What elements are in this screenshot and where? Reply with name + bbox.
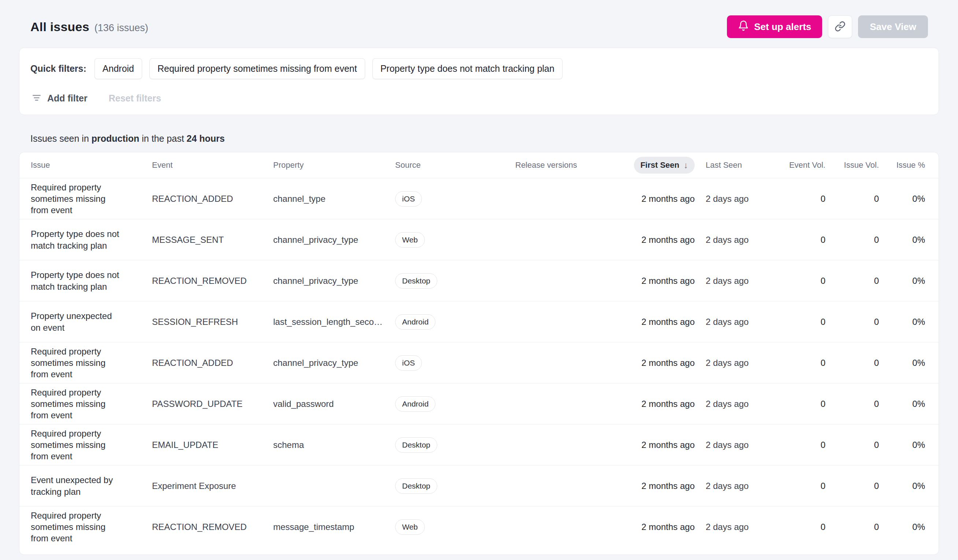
column-header-last-seen[interactable]: Last Seen [695,160,779,170]
arrow-down-icon: ↓ [684,161,688,170]
source-chip: Desktop [395,437,437,453]
source-chip: Desktop [395,273,437,289]
property-cell: channel_type [273,194,383,204]
event-vol-cell: 0 [779,194,825,204]
table-row[interactable]: Required property sometimes missing from… [19,506,939,547]
event-vol-cell: 0 [779,235,825,245]
issue-vol-cell: 0 [825,522,879,532]
event-cell: Experiment Exposure [152,481,273,491]
issue-vol-cell: 0 [825,481,879,491]
property-cell: valid_password [273,399,383,409]
event-cell: MESSAGE_SENT [152,235,273,245]
last-seen-cell: 2 days ago [695,235,779,245]
column-header-event-vol[interactable]: Event Vol. [779,160,825,170]
column-header-issue-pct[interactable]: Issue % [879,160,925,170]
event-cell: REACTION_REMOVED [152,522,273,532]
table-row[interactable]: Required property sometimes missing from… [19,383,939,424]
issue-cell: Property type does not match tracking pl… [31,269,123,292]
source-chip: iOS [395,191,422,206]
table-row[interactable]: Event unexpected by tracking plan Experi… [19,465,939,506]
first-seen-cell: 2 months ago [629,317,695,327]
filter-actions: Add filter Reset filters [30,93,928,104]
issue-cell: Event unexpected by tracking plan [31,474,123,497]
top-bar: All issues (136 issues) Set up alerts [18,0,940,38]
issue-cell: Property unexpected on event [31,310,123,333]
issues-page: All issues (136 issues) Set up alerts [0,0,958,555]
source-chip: Web [395,232,425,247]
table-row[interactable]: Property unexpected on event SESSION_REF… [19,301,939,342]
first-seen-cell: 2 months ago [629,522,695,532]
table-row[interactable]: Required property sometimes missing from… [19,342,939,383]
property-cell: last_session_length_secon... [273,317,383,327]
set-up-alerts-button[interactable]: Set up alerts [727,15,822,38]
status-middle: in the past [139,133,186,144]
source-cell: iOS [395,191,515,206]
event-vol-cell: 0 [779,440,825,450]
source-chip: Web [395,519,425,535]
event-vol-cell: 0 [779,358,825,368]
first-seen-label: First Seen [641,160,679,170]
set-up-alerts-label: Set up alerts [754,21,811,33]
issue-pct-cell: 0% [879,276,925,286]
event-vol-cell: 0 [779,399,825,409]
status-line: Issues seen in production in the past 24… [18,115,940,144]
quick-filters-label: Quick filters: [30,63,86,74]
copy-link-button[interactable] [828,15,852,38]
first-seen-cell: 2 months ago [629,399,695,409]
column-header-event[interactable]: Event [152,160,273,170]
last-seen-cell: 2 days ago [695,194,779,204]
issue-vol-cell: 0 [825,317,879,327]
quick-filter-chip-android[interactable]: Android [95,58,142,79]
table-row[interactable]: Required property sometimes missing from… [19,178,939,219]
quick-filter-chip-required-property[interactable]: Required property sometimes missing from… [149,58,365,79]
issue-cell: Required property sometimes missing from… [31,182,123,216]
status-time-range: 24 hours [187,133,225,144]
filter-lines-icon [32,93,41,104]
add-filter-button[interactable]: Add filter [32,93,87,104]
status-environment: production [92,133,140,144]
source-chip: iOS [395,355,422,371]
issue-vol-cell: 0 [825,399,879,409]
bell-icon [738,20,749,34]
event-vol-cell: 0 [779,276,825,286]
source-cell: Android [395,314,515,330]
first-seen-cell: 2 months ago [629,276,695,286]
event-vol-cell: 0 [779,522,825,532]
sort-pill-first-seen[interactable]: First Seen ↓ [634,157,695,174]
last-seen-cell: 2 days ago [695,481,779,491]
first-seen-cell: 2 months ago [629,194,695,204]
page-title: All issues [30,20,89,34]
reset-filters-label: Reset filters [109,93,161,104]
table-row[interactable]: Property type does not match tracking pl… [19,219,939,260]
quick-filter-chip-property-type[interactable]: Property type does not match tracking pl… [373,58,563,79]
event-cell: REACTION_REMOVED [152,276,273,286]
issue-cell: Required property sometimes missing from… [31,387,123,421]
status-prefix: Issues seen in [30,133,92,144]
column-header-first-seen: First Seen ↓ [629,157,695,174]
source-cell: Android [395,396,515,412]
column-header-issue-vol[interactable]: Issue Vol. [825,160,879,170]
event-vol-cell: 0 [779,481,825,491]
issue-cell: Required property sometimes missing from… [31,428,123,462]
save-view-button[interactable]: Save View [858,15,928,38]
property-cell: channel_privacy_type [273,276,383,286]
last-seen-cell: 2 days ago [695,399,779,409]
last-seen-cell: 2 days ago [695,440,779,450]
add-filter-label: Add filter [47,93,87,104]
link-icon [834,21,845,33]
column-header-release-versions[interactable]: Release versions [515,160,629,170]
event-cell: PASSWORD_UPDATE [152,399,273,409]
quick-filters-card: Quick filters: Android Required property… [19,48,939,115]
event-cell: SESSION_REFRESH [152,317,273,327]
table-row[interactable]: Property type does not match tracking pl… [19,260,939,301]
issue-cell: Required property sometimes missing from… [31,510,123,544]
last-seen-cell: 2 days ago [695,317,779,327]
last-seen-cell: 2 days ago [695,358,779,368]
table-row[interactable]: Required property sometimes missing from… [19,424,939,465]
column-header-issue[interactable]: Issue [31,160,152,170]
property-cell: channel_privacy_type [273,235,383,245]
column-header-source[interactable]: Source [395,160,515,170]
issue-vol-cell: 0 [825,235,879,245]
column-header-property[interactable]: Property [273,160,395,170]
reset-filters-button[interactable]: Reset filters [109,93,161,104]
